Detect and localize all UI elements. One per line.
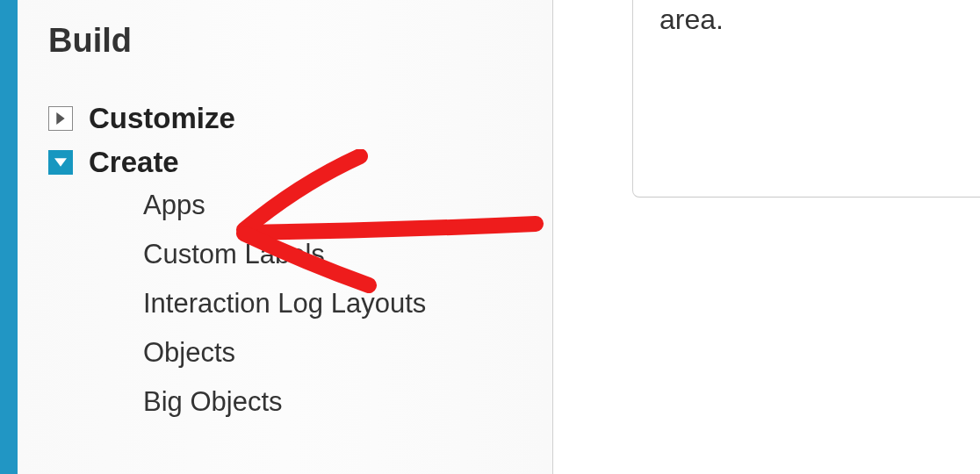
section-title-build: Build — [48, 22, 552, 60]
sidebar-subitem-big-objects[interactable]: Big Objects — [143, 386, 552, 418]
sidebar-item-label: Customize — [89, 102, 235, 135]
chevron-down-icon — [48, 150, 73, 175]
sidebar: Build Customize Create Apps Custom Label… — [18, 0, 553, 474]
sidebar-item-label: Create — [89, 146, 179, 179]
sidebar-subitem-custom-labels[interactable]: Custom Labels — [143, 239, 552, 270]
create-subitems: Apps Custom Labels Interaction Log Layou… — [48, 190, 552, 418]
sidebar-item-customize[interactable]: Customize — [48, 102, 552, 135]
sidebar-subitem-interaction-log-layouts[interactable]: Interaction Log Layouts — [143, 288, 552, 320]
chevron-right-icon — [48, 106, 73, 131]
sidebar-item-create[interactable]: Create — [48, 146, 552, 179]
sidebar-subitem-objects[interactable]: Objects — [143, 337, 552, 369]
svg-marker-0 — [56, 112, 64, 125]
left-accent-bar — [0, 0, 18, 474]
content-panel: area. — [632, 0, 980, 198]
svg-marker-1 — [54, 158, 67, 166]
content-text-fragment: area. — [659, 4, 724, 35]
main-content-area: area. — [632, 0, 980, 474]
sidebar-subitem-apps[interactable]: Apps — [143, 190, 552, 221]
